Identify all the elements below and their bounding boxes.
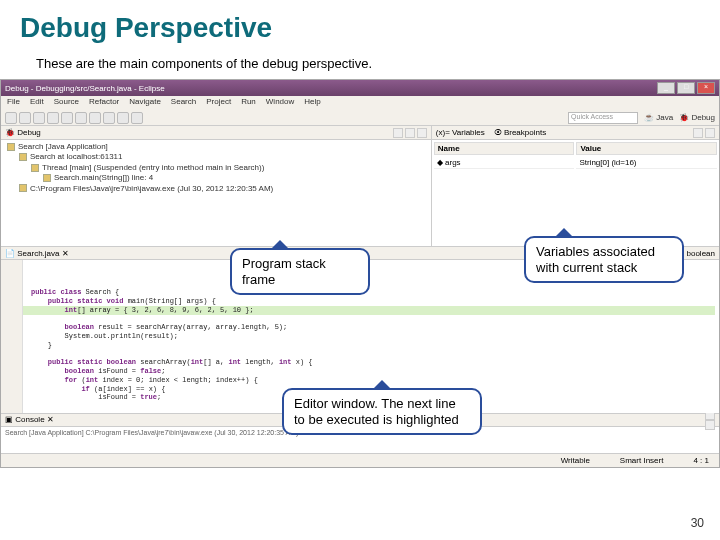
editor-gutter — [1, 260, 23, 413]
col-name[interactable]: Name — [434, 142, 575, 155]
callout-editor: Editor window. The next line to be execu… — [282, 388, 482, 435]
status-insert: Smart Insert — [620, 456, 664, 465]
menu-bar: File Edit Source Refactor Navigate Searc… — [1, 96, 719, 110]
view-menu-icon[interactable] — [393, 128, 403, 138]
window-titlebar: Debug - Debugging/src/Search.java - Ecli… — [1, 80, 719, 96]
close-button[interactable]: × — [697, 82, 715, 94]
step-over-icon[interactable] — [117, 112, 129, 124]
save-icon[interactable] — [19, 112, 31, 124]
step-into-icon[interactable] — [103, 112, 115, 124]
minimize-button[interactable]: _ — [657, 82, 675, 94]
page-number: 30 — [691, 516, 704, 530]
resume-icon[interactable] — [61, 112, 73, 124]
perspective-debug[interactable]: 🐞 Debug — [679, 113, 715, 122]
debug-view: 🐞 Debug Search [Java Application] Search… — [1, 126, 432, 246]
maximize-view-icon[interactable] — [417, 128, 427, 138]
toolbar: Quick Access ☕ Java 🐞 Debug — [1, 110, 719, 126]
pin-console-icon[interactable] — [705, 420, 715, 430]
step-return-icon[interactable] — [131, 112, 143, 124]
pause-icon[interactable] — [75, 112, 87, 124]
status-bar: Writable Smart Insert 4 : 1 — [1, 453, 719, 467]
status-writable: Writable — [561, 456, 590, 465]
editor-tab[interactable]: 📄 Search.java ✕ — [5, 249, 69, 258]
slide-subtitle: These are the main components of the deb… — [0, 48, 720, 77]
frame-icon — [43, 174, 51, 182]
debug-icon[interactable] — [33, 112, 45, 124]
minimize-view-icon[interactable] — [405, 128, 415, 138]
slide-title: Debug Perspective — [0, 0, 720, 48]
variables-view: (x)= Variables ⦿ Breakpoints NameValue ◆… — [432, 126, 719, 246]
debug-view-tab[interactable]: 🐞 Debug — [5, 128, 41, 137]
jvm-icon — [19, 184, 27, 192]
status-pos: 4 : 1 — [693, 456, 709, 465]
debug-stack-tree[interactable]: Search [Java Application] Search at loca… — [1, 140, 431, 196]
menu-source[interactable]: Source — [54, 97, 79, 109]
minimize-view-icon[interactable] — [705, 128, 715, 138]
menu-window[interactable]: Window — [266, 97, 294, 109]
breakpoints-tab[interactable]: ⦿ Breakpoints — [494, 128, 546, 137]
console-tab[interactable]: ▣ Console ✕ — [5, 415, 54, 424]
menu-edit[interactable]: Edit — [30, 97, 44, 109]
menu-file[interactable]: File — [7, 97, 20, 109]
menu-navigate[interactable]: Navigate — [129, 97, 161, 109]
thread-icon — [31, 164, 39, 172]
new-icon[interactable] — [5, 112, 17, 124]
window-title: Debug - Debugging/src/Search.java - Ecli… — [5, 84, 165, 93]
app-icon — [7, 143, 15, 151]
menu-refactor[interactable]: Refactor — [89, 97, 119, 109]
menu-help[interactable]: Help — [304, 97, 320, 109]
view-menu-icon[interactable] — [693, 128, 703, 138]
menu-run[interactable]: Run — [241, 97, 256, 109]
stop-icon[interactable] — [89, 112, 101, 124]
col-value[interactable]: Value — [576, 142, 717, 155]
menu-search[interactable]: Search — [171, 97, 196, 109]
host-icon — [19, 153, 27, 161]
variables-table: NameValue ◆ argsString[0] (id=16) — [432, 140, 719, 171]
run-icon[interactable] — [47, 112, 59, 124]
maximize-button[interactable]: □ — [677, 82, 695, 94]
callout-program-stack: Program stack frame — [230, 248, 370, 295]
table-row[interactable]: ◆ argsString[0] (id=16) — [434, 157, 717, 169]
perspective-java[interactable]: ☕ Java — [644, 113, 673, 122]
quick-access-input[interactable]: Quick Access — [568, 112, 638, 124]
menu-project[interactable]: Project — [206, 97, 231, 109]
callout-variables: Variables associated with current stack — [524, 236, 684, 283]
variables-tab[interactable]: (x)= Variables — [436, 128, 485, 137]
